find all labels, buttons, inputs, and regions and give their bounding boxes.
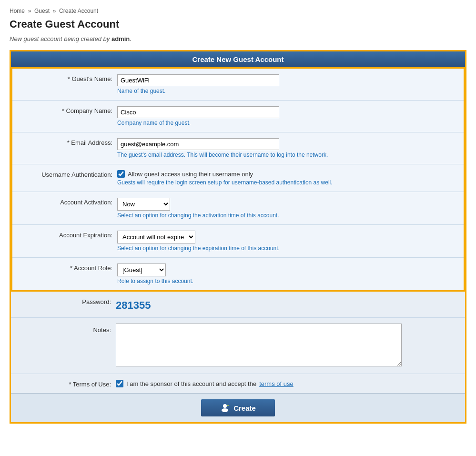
svg-text:+: + [227,404,229,408]
terms-label: * Terms of Use: [11,378,116,388]
notes-label: Notes: [11,322,116,334]
email-input[interactable] [117,138,279,150]
terms-row: * Terms of Use: I am the sponsor of this… [11,374,465,393]
company-name-label: * Company Name: [12,104,117,114]
username-auth-checkbox[interactable] [117,170,125,178]
username-auth-checkbox-row: Allow guest access using their username … [117,170,459,178]
terms-field: I am the sponsor of this account and acc… [116,378,465,389]
svg-point-1 [222,408,228,412]
notes-field [116,322,465,370]
password-row: Password: 281355 [11,292,465,318]
account-expiration-hint: Select an option for changing the expira… [117,245,459,252]
page-subtitle: New guest account being created by admin… [10,35,466,42]
breadcrumb-guest: Guest [34,8,50,14]
person-icon: + [220,403,230,413]
terms-text-before: I am the sponsor of this account and acc… [126,380,256,387]
account-activation-row: Account Activation: Now Specific Date Fi… [12,192,464,225]
breadcrumb: Home » Guest » Create Account [10,8,466,14]
account-role-field: [Guest] [Employee] [Contractor] Role to … [117,262,464,286]
username-auth-field: Allow guest access using their username … [117,168,464,188]
guest-name-field: Name of the guest. [117,72,464,96]
username-auth-row: Username Authentication: Allow guest acc… [12,164,464,192]
password-field: 281355 [116,295,465,314]
notes-row: Notes: [11,318,465,374]
terms-link[interactable]: terms of use [259,380,294,387]
username-auth-label: Username Authentication: [12,168,117,178]
account-expiration-label: Account Expiration: [12,229,117,239]
account-expiration-row: Account Expiration: Account will not exp… [12,225,464,258]
email-row: * Email Address: The guest's email addre… [12,132,464,164]
account-role-select[interactable]: [Guest] [Employee] [Contractor] [117,263,166,276]
terms-checkbox[interactable] [116,380,123,387]
svg-point-0 [223,404,227,408]
account-expiration-select[interactable]: Account will not expire 1 Hour 8 Hours 1… [117,231,195,243]
account-role-row: * Account Role: [Guest] [Employee] [Cont… [12,258,464,290]
notes-textarea[interactable] [116,324,402,366]
create-button[interactable]: + Create [201,399,275,416]
password-value: 281355 [116,297,460,312]
page-title: Create Guest Account [10,18,466,30]
email-field: The guest's email address. This will bec… [117,136,464,160]
form-inner: * Guest's Name: Name of the guest. * Com… [11,67,465,292]
company-name-field: Company name of the guest. [117,104,464,128]
company-name-row: * Company Name: Company name of the gues… [12,101,464,132]
guest-name-row: * Guest's Name: Name of the guest. [12,69,464,101]
form-container: Create New Guest Account * Guest's Name:… [10,50,466,424]
company-name-input[interactable] [117,106,279,118]
account-activation-select[interactable]: Now Specific Date First Login [117,198,170,211]
required-star-3: * [67,139,71,146]
account-expiration-field: Account will not expire 1 Hour 8 Hours 1… [117,229,464,253]
username-auth-checkbox-label: Allow guest access using their username … [128,171,253,178]
email-hint: The guest's email address. This will bec… [117,152,459,158]
terms-checkbox-row: I am the sponsor of this account and acc… [116,380,460,387]
account-role-hint: Role to assign to this account. [117,278,459,284]
guest-name-hint: Name of the guest. [117,88,459,94]
form-footer: + Create [11,393,465,422]
required-star-5: * [69,381,72,388]
password-label: Password: [11,295,116,305]
account-activation-hint: Select an option for changing the activa… [117,212,459,219]
breadcrumb-home: Home [10,8,25,14]
email-label: * Email Address: [12,136,117,146]
guest-name-label: * Guest's Name: [12,72,117,82]
company-name-hint: Company name of the guest. [117,120,459,126]
form-header: Create New Guest Account [11,51,465,67]
account-role-label: * Account Role: [12,262,117,272]
breadcrumb-create: Create Account [59,8,98,14]
account-activation-label: Account Activation: [12,196,117,206]
guest-name-input[interactable] [117,74,279,86]
create-button-label: Create [233,404,256,412]
required-star-4: * [70,264,74,272]
account-activation-field: Now Specific Date First Login Select an … [117,196,464,221]
username-auth-hint: Guests will require the login screen set… [117,179,459,186]
